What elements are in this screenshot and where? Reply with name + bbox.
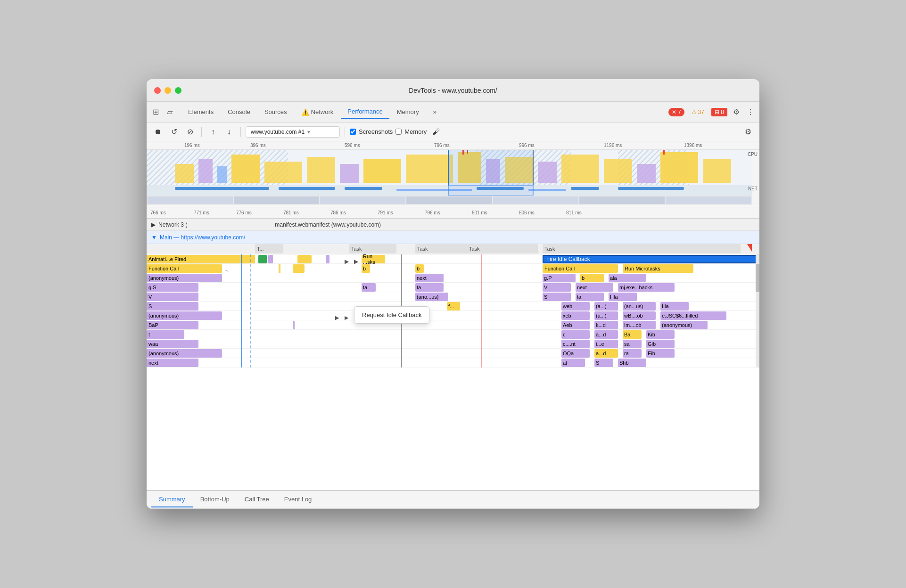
cell-v-r[interactable]: V (543, 283, 571, 292)
maximize-button[interactable] (175, 87, 181, 94)
flame-row-1[interactable]: Function Call b b → Function Call Run Mi… (147, 264, 759, 273)
cell-ejsc[interactable]: e.JSC$6...lfilled (660, 311, 726, 320)
flame-row-9[interactable]: waa c....nt i...e sa Gib (147, 339, 759, 349)
cell-function-call-r[interactable]: Function Call (543, 264, 618, 273)
cell-ie[interactable]: i...e (594, 340, 618, 348)
scrollbar-thumb[interactable] (756, 264, 759, 292)
cell-ala[interactable]: ala (609, 274, 646, 282)
cell-next1[interactable]: next (415, 274, 444, 282)
flame-row-3[interactable]: g.S ta ta V next mj.exe...backs_ (147, 283, 759, 292)
cell-anonymous-r[interactable]: (anonymous) (660, 321, 708, 329)
warning-badge[interactable]: ⚠ 37 (688, 108, 708, 116)
cell-kd[interactable]: k...d (594, 321, 618, 329)
cell-gib[interactable]: Gib (646, 340, 675, 348)
cell-animatie-fired[interactable]: Animati...e Fired (147, 255, 255, 263)
flame-row-8[interactable]: t c a...d Ba Kib (147, 330, 759, 339)
cell-hla[interactable]: Hla (609, 293, 637, 301)
tab-more[interactable]: » (427, 106, 443, 118)
tab-sources[interactable]: Sources (258, 106, 294, 118)
cell-t[interactable]: t (147, 330, 184, 339)
cell-anonymous1[interactable]: (anonymous) (147, 274, 222, 282)
cell-aeb[interactable]: Aeb (561, 321, 590, 329)
cell-ta2[interactable]: ta (415, 283, 444, 292)
cell-ba[interactable]: Ba (623, 330, 642, 339)
cell-sa[interactable]: sa (623, 340, 642, 348)
cell-f[interactable]: f... (447, 302, 460, 310)
cell-kib[interactable]: Kib (646, 330, 675, 339)
cell-run-microtasks[interactable]: Run Microtasks (623, 264, 693, 273)
cell-gp[interactable]: g.P (543, 274, 576, 282)
flame-row-2[interactable]: (anonymous) next g.P b ala (147, 273, 759, 283)
cell-next-r[interactable]: next (576, 283, 613, 292)
cell-s-r[interactable]: S (543, 293, 571, 301)
tab-elements[interactable]: Elements (181, 106, 220, 118)
url-box[interactable]: www.youtube.com #1 ▾ (246, 126, 340, 138)
cell-s[interactable]: S (147, 302, 198, 310)
close-button[interactable] (154, 87, 161, 94)
cell-run-sks[interactable]: Run ...sks (362, 255, 385, 263)
cell-xeb[interactable]: xeb (561, 311, 590, 320)
tab-summary[interactable]: Summary (151, 492, 193, 507)
flame-row-7[interactable]: BaP Aeb k...d Im....ob (anonymous) (147, 320, 759, 330)
cell-eib[interactable]: Eib (646, 349, 675, 358)
cell-oqa[interactable]: OQa (561, 349, 590, 358)
settings-icon[interactable]: ⚙ (731, 107, 741, 117)
tab-event-log[interactable]: Event Log (277, 492, 320, 507)
cell-anus[interactable]: (an...us) (623, 302, 656, 310)
record-button[interactable]: ⏺ (151, 125, 165, 139)
cell-ta-r[interactable]: ta (576, 293, 604, 301)
flame-row-10[interactable]: (anonymous) OQa a...d ra Eib (147, 349, 759, 358)
cell-a1[interactable]: (a...) (594, 302, 618, 310)
tab-network[interactable]: ⚠️ Network (295, 106, 340, 119)
cell-b-r[interactable]: b (580, 274, 604, 282)
tab-bottom-up[interactable]: Bottom-Up (193, 492, 237, 507)
tab-memory[interactable]: Memory (390, 106, 426, 118)
cell-function-call[interactable]: Function Call (147, 264, 222, 273)
memory-checkbox[interactable] (395, 129, 402, 135)
cell-anonymous3[interactable]: (anonymous) (147, 349, 222, 358)
flame-row-4[interactable]: V (ano...us) S ta Hla (147, 292, 759, 302)
flame-row-6[interactable]: (anonymous) ▶ ▶ xeb (a...) wB....ob e.JS… (147, 311, 759, 320)
scrollbar-track[interactable] (756, 254, 759, 368)
flame-container[interactable]: ▶ Network 3 ( manifest.webmanifest (www.… (147, 219, 759, 490)
cell-mjexebacks[interactable]: mj.exe...backs_ (618, 283, 675, 292)
upload-button[interactable]: ↑ (206, 125, 220, 139)
reload-button[interactable]: ↺ (167, 125, 181, 139)
screenshots-checkbox[interactable] (350, 129, 356, 135)
cell-next[interactable]: next (147, 359, 198, 367)
cell-shb[interactable]: Shb (618, 359, 646, 367)
device-icon[interactable]: ▱ (165, 107, 175, 117)
error-badge[interactable]: ✕ 7 (668, 108, 684, 116)
cell-v[interactable]: V (147, 293, 198, 301)
cell-web[interactable]: web (561, 302, 590, 310)
cell-c[interactable]: c (561, 330, 590, 339)
cell-s2[interactable]: S (594, 359, 613, 367)
cell-gs[interactable]: g.S (147, 283, 198, 292)
flame-row-0[interactable]: Animati...e Fired ▶ ▶ Run ...sks Fire Id… (147, 254, 759, 264)
cell-bap[interactable]: BaP (147, 321, 198, 329)
cell-lla[interactable]: Lla (660, 302, 689, 310)
cell-ta1[interactable]: ta (362, 283, 376, 292)
clean-icon[interactable]: 🖌 (429, 125, 443, 139)
clear-button[interactable]: ⊘ (183, 125, 197, 139)
minimize-button[interactable] (165, 87, 171, 94)
settings2-icon[interactable]: ⚙ (741, 125, 755, 139)
cell-imob[interactable]: Im....ob (623, 321, 656, 329)
cell-a2[interactable]: (a...) (594, 311, 618, 320)
info-badge[interactable]: ⊟ 8 (711, 108, 727, 116)
cell-fire-idle[interactable]: Fire Idle Callback (543, 255, 759, 263)
cell-ra[interactable]: ra (623, 349, 642, 358)
download-button[interactable]: ↓ (222, 125, 236, 139)
more-icon[interactable]: ⋮ (745, 107, 756, 117)
cell-ano-us[interactable]: (ano...us) (415, 293, 448, 301)
cell-cnt[interactable]: c....nt (561, 340, 590, 348)
flame-row-11[interactable]: next at S Shb (147, 358, 759, 368)
flame-row-5[interactable]: S f... web (a...) (an...us) Lla (147, 302, 759, 311)
cell-waa[interactable]: waa (147, 340, 198, 348)
cell-wbob[interactable]: wB....ob (623, 311, 656, 320)
inspect-icon[interactable]: ⊞ (150, 107, 161, 117)
cell-b1[interactable]: b (362, 264, 370, 273)
tab-call-tree[interactable]: Call Tree (237, 492, 277, 507)
cell-and[interactable]: a...d (594, 330, 618, 339)
cell-and2[interactable]: a...d (594, 349, 618, 358)
